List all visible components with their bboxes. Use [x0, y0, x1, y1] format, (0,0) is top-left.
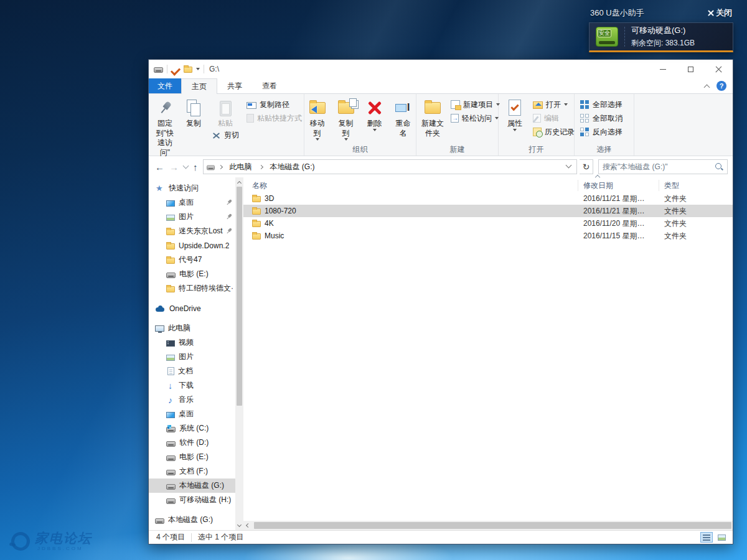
sidebar-item[interactable]: 图片	[149, 350, 235, 364]
forward-button[interactable]: →	[169, 162, 179, 172]
back-button[interactable]: ←	[155, 162, 164, 172]
sidebar-item[interactable]: 软件 (D:)	[149, 436, 235, 450]
help-icon[interactable]: ?	[716, 81, 726, 91]
thumbnails-view-button[interactable]	[715, 532, 728, 543]
invert-selection-button[interactable]: 反向选择	[577, 125, 626, 139]
paste-shortcut-icon	[247, 114, 254, 123]
paste-shortcut-button[interactable]: 粘贴快捷方式	[243, 111, 305, 125]
breadcrumb-current-drive[interactable]: 本地磁盘 (G:)	[266, 162, 319, 172]
select-none-button[interactable]: 全部取消	[577, 111, 626, 125]
cut-button[interactable]: 剪切	[209, 129, 242, 142]
history-chevron-icon[interactable]	[183, 163, 189, 169]
popup-drive-label: 可移动硬盘(G:)	[631, 25, 695, 36]
scroll-down-icon[interactable]	[235, 521, 243, 530]
address-dropdown-icon[interactable]	[566, 162, 572, 169]
sidebar-item[interactable]: 视频	[149, 335, 235, 350]
new-folder-button[interactable]: 新建文件夹	[419, 95, 446, 138]
column-header-name[interactable]: 名称	[243, 180, 578, 191]
horizontal-scrollbar[interactable]	[243, 521, 733, 530]
file-row[interactable]: 4K 2016/11/20 星期… 文件夹	[243, 217, 733, 230]
move-to-button[interactable]: 移动到	[304, 95, 331, 141]
address-bar[interactable]: 此电脑 本地磁盘 (G:)	[203, 159, 578, 174]
sidebar-item[interactable]: 本地磁盘 (G:)	[149, 513, 235, 527]
tab-view[interactable]: 查看	[252, 78, 287, 93]
paste-button[interactable]: 粘贴	[209, 98, 242, 129]
title-bar[interactable]: G:\	[149, 60, 733, 78]
new-folder-quick-icon[interactable]	[184, 67, 192, 73]
sidebar-item[interactable]: Upside.Down.2	[149, 238, 235, 253]
scrollbar-thumb[interactable]	[254, 522, 731, 529]
copy-icon	[187, 100, 200, 116]
close-button[interactable]	[705, 60, 733, 78]
properties-quick-icon[interactable]	[171, 65, 181, 75]
pin-to-quick-access-button[interactable]: 固定到"快速访问"	[151, 95, 179, 157]
file-row[interactable]: 1080-720 2016/11/21 星期… 文件夹	[243, 205, 733, 217]
sidebar-item[interactable]: 桌面	[149, 407, 235, 421]
scroll-up-icon[interactable]	[235, 177, 243, 186]
file-row[interactable]: 3D 2016/11/21 星期… 文件夹	[243, 192, 733, 205]
select-all-button[interactable]: 全部选择	[577, 98, 626, 111]
sidebar-item[interactable]: 特工绍特埃德文·	[149, 281, 235, 296]
quick-access-toolbar	[154, 65, 204, 73]
open-button[interactable]: 打开	[530, 98, 578, 111]
easy-access-icon	[451, 114, 459, 123]
refresh-button[interactable]: ↻	[580, 159, 593, 174]
sidebar-item[interactable]: 下载	[149, 378, 235, 393]
sidebar-item[interactable]: 迷失东京Lost	[149, 224, 235, 238]
breadcrumb-chevron-icon[interactable]	[218, 164, 222, 169]
sidebar-item[interactable]: 此电脑	[149, 321, 235, 335]
divider	[191, 533, 192, 542]
sidebar-item[interactable]: 快速访问	[149, 181, 235, 195]
ribbon-group-clipboard: 固定到"快速访问" 复制 粘贴 剪切	[149, 94, 304, 156]
delete-button[interactable]: 删除	[361, 95, 388, 131]
file-row[interactable]: Music 2016/11/15 星期… 文件夹	[243, 230, 733, 242]
sidebar-scrollbar[interactable]	[235, 177, 243, 530]
search-input[interactable]	[599, 162, 715, 171]
maximize-icon	[688, 67, 693, 72]
tab-file[interactable]: 文件	[149, 78, 181, 93]
column-header-type[interactable]: 类型	[659, 180, 733, 191]
sidebar-item[interactable]: 文档	[149, 364, 235, 378]
breadcrumb-this-pc[interactable]: 此电脑	[226, 162, 256, 172]
column-header-date[interactable]: 修改日期	[578, 180, 659, 191]
sidebar-item[interactable]: 音乐	[149, 393, 235, 407]
new-item-button[interactable]: 新建项目	[448, 98, 503, 111]
divider	[167, 65, 167, 73]
copy-to-icon	[338, 102, 354, 114]
edit-button[interactable]: 编辑	[530, 111, 578, 125]
copy-button[interactable]: 复制	[180, 95, 207, 129]
tab-home[interactable]: 主页	[181, 78, 217, 94]
copy-to-button[interactable]: 复制到	[332, 95, 360, 141]
copy-path-button[interactable]: 复制路径	[243, 98, 305, 111]
minimize-ribbon-icon[interactable]	[704, 84, 710, 90]
sidebar-item[interactable]: 系统 (C:)	[149, 421, 235, 436]
search-icon[interactable]	[715, 162, 723, 171]
sidebar-item[interactable]: 可移动磁盘 (H:)	[149, 493, 235, 507]
sidebar-item[interactable]: 电影 (E:)	[149, 267, 235, 281]
history-button[interactable]: 历史记录	[530, 125, 578, 139]
drive-icon	[166, 455, 176, 461]
details-view-button[interactable]	[700, 532, 713, 543]
new-item-icon	[451, 100, 460, 109]
up-button[interactable]: ↑	[193, 162, 198, 172]
pin-icon	[224, 197, 235, 208]
scroll-left-icon[interactable]	[243, 521, 253, 530]
sidebar-item[interactable]: 代号47	[149, 253, 235, 267]
customize-toolbar-chevron-icon[interactable]	[196, 68, 200, 70]
popup-drive-card[interactable]: 安全 可移动硬盘(G:) 剩余空间: 383.1GB	[589, 22, 733, 52]
maximize-button[interactable]	[677, 60, 705, 78]
sidebar-item[interactable]: 图片	[149, 210, 235, 224]
rename-button[interactable]: 重命名	[390, 95, 417, 138]
minimize-button[interactable]	[649, 60, 677, 78]
tab-share[interactable]: 共享	[217, 78, 252, 93]
sidebar-item[interactable]: 桌面	[149, 195, 235, 210]
easy-access-button[interactable]: 轻松访问	[448, 111, 503, 125]
breadcrumb-chevron-icon[interactable]	[258, 164, 263, 169]
properties-button[interactable]: 属性	[501, 95, 529, 131]
scrollbar-thumb[interactable]	[237, 187, 242, 406]
sidebar-item[interactable]: 电影 (E:)	[149, 450, 235, 464]
sidebar-item[interactable]: OneDrive	[149, 301, 235, 315]
sidebar-item[interactable]: 文档 (F:)	[149, 464, 235, 478]
popup-close-button[interactable]: 关闭	[708, 7, 732, 19]
sidebar-item[interactable]: 本地磁盘 (G:)	[149, 478, 235, 493]
